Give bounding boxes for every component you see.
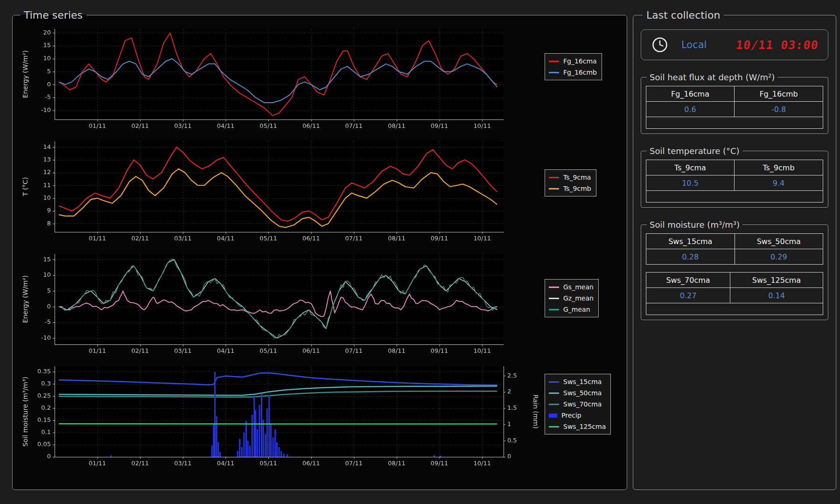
soil-heat-flux-chart-legend: Fg_16cmaFg_16cmb [545,53,602,80]
legend-swatch [549,188,559,189]
legend-label: Fg_16cma [563,57,597,65]
legend-swatch [549,413,557,418]
soil-heat-flux-group-title: Soil heat flux at depth (W/m²) [647,72,777,82]
chart-ground-energy: Gs_meanGz_meanG_mean [18,249,621,359]
cell-value: 0.29 [735,249,823,265]
time-series-panel: Time series Fg_16cmaFg_16cmb Ts_9cmaTs_9… [12,9,627,490]
legend-label: Sws_125cma [563,423,606,430]
legend-label: Sws_70cma [563,400,602,408]
legend-label: Ts_9cma [563,174,591,181]
cell-value: 10.5 [646,175,735,191]
clock-box: Local 10/11 03:00 [641,29,828,60]
soil-temperature-chart-canvas[interactable] [18,137,541,247]
cell-value: 0.14 [730,288,823,303]
soil-temperature-group-title: Soil temperature (°C) [647,146,742,156]
legend-swatch [549,309,559,310]
cell-value: 0.28 [646,249,735,265]
col-header: Fg_16cma [646,86,735,102]
legend-label: Gs_mean [563,283,594,291]
col-header: Fg_16cmb [735,86,823,102]
soil-temperature-chart-legend: Ts_9cmaTs_9cmb [545,169,596,196]
legend-item-Sws_70cma[interactable]: Sws_70cma [549,399,606,409]
clock-time-display: 10/11 03:00 [735,38,819,52]
chart-soil-moisture-rain: Sws_15cmaSws_50cmaSws_70cmaPrecipSws_125… [18,362,621,472]
soil-moisture-group-title: Soil moisture (m³/m³) [647,220,742,230]
soil-heat-flux-chart-canvas[interactable] [18,24,541,134]
soil-temperature-table: Ts_9cma Ts_9cmb 10.5 9.4 [646,160,823,203]
soil-moisture-table-upper: Sws_15cma Sws_50cma 0.28 0.29 [646,233,823,265]
chart-soil-heat-flux: Fg_16cmaFg_16cmb [18,24,621,134]
col-header: Sws_50cma [735,234,823,249]
cell-value: -0.8 [735,102,823,117]
cell-value: 0.6 [646,102,735,117]
table-spacer [646,303,823,315]
legend-label: Gz_mean [563,294,594,302]
legend-label: G_mean [563,306,590,313]
legend-item-Sws_50cma[interactable]: Sws_50cma [549,388,606,398]
soil-moisture-table-lower: Sws_70cma Sws_125cma 0.27 0.14 [646,272,823,315]
legend-swatch [549,392,559,394]
soil-heat-flux-group: Soil heat flux at depth (W/m²) Fg_16cma … [641,72,828,134]
legend-swatch [549,72,559,73]
chart-soil-temperature: Ts_9cmaTs_9cmb [18,137,621,247]
legend-item-G_mean[interactable]: G_mean [549,304,594,315]
legend-label: Sws_50cma [563,389,602,397]
legend-item-Gs_mean[interactable]: Gs_mean [549,282,594,292]
soil-temperature-group: Soil temperature (°C) Ts_9cma Ts_9cmb 10… [641,146,828,208]
legend-item-Precip[interactable]: Precip [549,410,606,420]
last-collection-panel: Last collection Local 10/11 03:00 Soil h… [633,9,836,490]
legend-swatch [549,298,559,299]
col-header: Sws_125cma [730,273,823,288]
legend-swatch [549,426,559,427]
table-spacer [646,117,823,129]
time-series-title: Time series [20,9,86,21]
ground-energy-chart-legend: Gs_meanGz_meanG_mean [545,279,599,317]
table-spacer [646,191,823,203]
col-header: Sws_70cma [646,273,730,288]
legend-swatch [549,61,559,62]
clock-icon [651,35,669,54]
legend-swatch [549,381,559,383]
legend-label: Fg_16cmb [563,69,597,76]
legend-label: Precip [561,412,581,419]
legend-item-Ts_9cma[interactable]: Ts_9cma [549,172,591,182]
legend-item-Gz_mean[interactable]: Gz_mean [549,293,594,303]
legend-label: Ts_9cmb [563,185,591,192]
cell-value: 9.4 [735,175,823,191]
legend-swatch [549,404,559,405]
legend-item-Sws_125cma[interactable]: Sws_125cma [549,421,606,432]
legend-label: Sws_15cma [563,378,602,385]
legend-item-Fg_16cma[interactable]: Fg_16cma [549,56,597,66]
soil-moisture-rain-chart-legend: Sws_15cmaSws_50cmaSws_70cmaPrecipSws_125… [545,374,611,434]
col-header: Sws_15cma [646,234,735,249]
clock-local-label: Local [681,39,707,50]
legend-swatch [549,287,559,288]
legend-swatch [549,177,559,178]
col-header: Ts_9cmb [735,160,823,175]
legend-item-Fg_16cmb[interactable]: Fg_16cmb [549,67,597,77]
soil-moisture-group: Soil moisture (m³/m³) Sws_15cma Sws_50cm… [641,220,828,320]
ground-energy-chart-canvas[interactable] [18,249,541,359]
soil-moisture-rain-chart-canvas[interactable] [18,362,541,472]
last-collection-title: Last collection [643,9,724,21]
cell-value: 0.27 [646,288,730,303]
legend-item-Ts_9cmb[interactable]: Ts_9cmb [549,183,591,194]
soil-heat-flux-table: Fg_16cma Fg_16cmb 0.6 -0.8 [646,86,823,129]
col-header: Ts_9cma [646,160,735,175]
legend-item-Sws_15cma[interactable]: Sws_15cma [549,377,606,387]
